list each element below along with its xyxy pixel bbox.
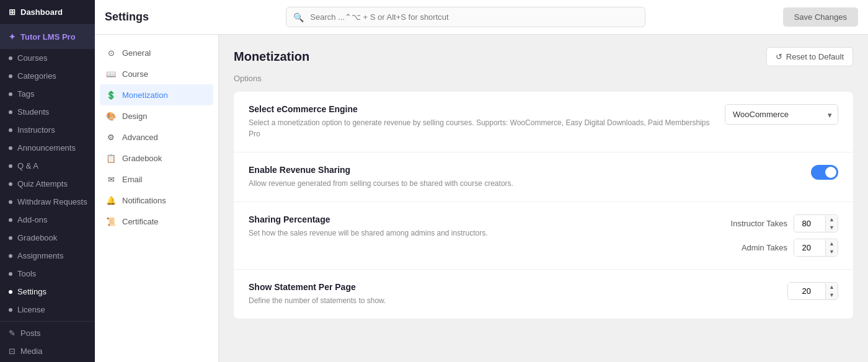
dot-icon <box>9 56 12 60</box>
sidebar-item-gradebook[interactable]: Gradebook <box>0 229 95 247</box>
statement-increment-button[interactable]: ▲ <box>826 283 838 291</box>
main-area: Settings 🔍 Save Changes ⊙ General 📖 Cour… <box>95 0 868 362</box>
sidebar-brand-tutor[interactable]: ✦ Tutor LMS Pro <box>0 25 95 49</box>
setting-control-sharing: Instructor Takes ▲ ▼ Ad <box>731 214 838 257</box>
sub-sidebar-item-gradebook[interactable]: 📋 Gradebook <box>95 148 218 169</box>
admin-increment-button[interactable]: ▲ <box>826 240 838 248</box>
instructor-spinners: ▲ ▼ <box>825 216 838 232</box>
sidebar-item-courses[interactable]: Courses <box>0 49 95 67</box>
setting-control-ecommerce: WooCommerce Easy Digital Downloads Paid … <box>725 104 838 125</box>
statement-per-page-input[interactable] <box>788 283 825 299</box>
setting-name-revenue: Enable Revenue Sharing <box>249 165 796 175</box>
sub-sidebar-item-notifications[interactable]: 🔔 Notifications <box>95 190 218 211</box>
setting-desc-ecommerce: Select a monetization option to generate… <box>249 117 710 139</box>
sub-sidebar-item-course[interactable]: 📖 Course <box>95 63 218 84</box>
setting-row-ecommerce: Select eCommerce Engine Select a monetiz… <box>234 92 853 152</box>
dot-icon <box>9 218 12 222</box>
tutor-icon: ✦ <box>9 32 16 42</box>
sidebar-dashboard[interactable]: ⊞ Dashboard <box>0 0 95 25</box>
admin-takes-label: Admin Takes <box>742 243 787 252</box>
setting-name-statement: Show Statement Per Page <box>249 282 773 292</box>
statement-decrement-button[interactable]: ▼ <box>826 291 838 299</box>
setting-info-revenue: Enable Revenue Sharing Allow revenue gen… <box>249 165 796 189</box>
setting-desc-statement: Define the number of statements to show. <box>249 295 773 306</box>
search-input[interactable] <box>286 7 645 27</box>
certificate-icon: 📜 <box>106 216 116 226</box>
statement-spinners: ▲ ▼ <box>825 283 838 299</box>
sidebar-item-instructors[interactable]: Instructors <box>0 121 95 139</box>
sidebar: ⊞ Dashboard ✦ Tutor LMS Pro Courses Cate… <box>0 0 95 362</box>
dot-icon <box>9 290 12 294</box>
dashboard-icon: ⊞ <box>9 7 16 17</box>
setting-desc-sharing: Set how the sales revenue will be shared… <box>249 227 716 239</box>
setting-info-sharing: Sharing Percentage Set how the sales rev… <box>249 214 716 239</box>
sidebar-item-settings[interactable]: Settings <box>0 283 95 301</box>
dot-icon <box>9 236 12 240</box>
setting-desc-revenue: Allow revenue generated from selling cou… <box>249 178 796 189</box>
sub-sidebar-item-advanced[interactable]: ⚙ Advanced <box>95 126 218 148</box>
dot-icon <box>9 308 12 312</box>
revenue-sharing-toggle[interactable] <box>811 165 838 180</box>
admin-takes-input[interactable] <box>794 239 825 256</box>
advanced-icon: ⚙ <box>106 132 116 142</box>
save-button[interactable]: Save Changes <box>783 7 858 27</box>
content-area: ⊙ General 📖 Course 💲 Monetization 🎨 Desi… <box>95 35 868 362</box>
setting-info-statement: Show Statement Per Page Define the numbe… <box>249 282 773 306</box>
sidebar-item-tools[interactable]: Tools <box>0 265 95 283</box>
ecommerce-engine-select[interactable]: WooCommerce Easy Digital Downloads Paid … <box>725 104 838 125</box>
book-icon: 📖 <box>106 69 116 79</box>
dot-icon <box>9 164 12 168</box>
instructor-increment-button[interactable]: ▲ <box>826 216 838 224</box>
dollar-icon: 💲 <box>106 90 116 100</box>
setting-control-statement: ▲ ▼ <box>787 282 838 300</box>
settings-title: Monetization <box>234 50 309 64</box>
sidebar-item-quiz-attempts[interactable]: Quiz Attempts <box>0 175 95 193</box>
setting-row-statement: Show Statement Per Page Define the numbe… <box>234 270 853 319</box>
sidebar-item-media[interactable]: ⊡Media <box>0 342 95 360</box>
sidebar-item-withdraw-requests[interactable]: Withdraw Requests <box>0 193 95 211</box>
sub-sidebar: ⊙ General 📖 Course 💲 Monetization 🎨 Desi… <box>95 35 219 362</box>
reset-to-default-button[interactable]: ↺ Reset to Default <box>766 47 853 66</box>
sidebar-item-add-ons[interactable]: Add-ons <box>0 211 95 229</box>
admin-spinners: ▲ ▼ <box>825 240 838 256</box>
sub-sidebar-item-email[interactable]: ✉ Email <box>95 169 218 190</box>
dot-icon <box>9 200 12 204</box>
sub-sidebar-item-monetization[interactable]: 💲 Monetization <box>100 84 213 105</box>
gradebook-icon: 📋 <box>106 153 116 163</box>
sub-sidebar-item-certificate[interactable]: 📜 Certificate <box>95 211 218 232</box>
ecommerce-select-wrapper: WooCommerce Easy Digital Downloads Paid … <box>725 104 838 125</box>
circle-icon: ⊙ <box>106 48 116 58</box>
admin-decrement-button[interactable]: ▼ <box>826 248 838 256</box>
search-icon: 🔍 <box>293 12 304 22</box>
dot-icon <box>9 254 12 258</box>
sidebar-item-qa[interactable]: Q & A <box>0 157 95 175</box>
dot-icon <box>9 74 12 78</box>
posts-icon: ✎ <box>9 329 16 338</box>
sharing-controls: Instructor Takes ▲ ▼ Ad <box>731 214 838 257</box>
dot-icon <box>9 110 12 114</box>
setting-control-revenue <box>811 165 838 180</box>
sub-sidebar-item-general[interactable]: ⊙ General <box>95 42 218 63</box>
sidebar-item-posts[interactable]: ✎Posts <box>0 324 95 342</box>
email-icon: ✉ <box>106 174 116 184</box>
dot-icon <box>9 128 12 132</box>
search-bar: 🔍 <box>286 7 645 27</box>
instructor-takes-input[interactable] <box>794 215 825 232</box>
dot-icon <box>9 182 12 186</box>
statement-input-wrapper: ▲ ▼ <box>787 282 838 300</box>
sidebar-item-students[interactable]: Students <box>0 103 95 121</box>
media-icon: ⊡ <box>9 347 16 356</box>
sidebar-item-tags[interactable]: Tags <box>0 85 95 103</box>
sidebar-item-announcements[interactable]: Announcements <box>0 139 95 157</box>
topbar: Settings 🔍 Save Changes <box>95 0 868 35</box>
reset-icon: ↺ <box>776 52 782 61</box>
sidebar-item-categories[interactable]: Categories <box>0 67 95 85</box>
sidebar-item-license[interactable]: License <box>0 301 95 319</box>
instructor-takes-input-wrapper: ▲ ▼ <box>794 214 838 232</box>
instructor-decrement-button[interactable]: ▼ <box>826 224 838 232</box>
settings-panel: Monetization ↺ Reset to Default Options … <box>219 35 868 362</box>
sidebar-item-assignments[interactable]: Assignments <box>0 247 95 265</box>
admin-takes-input-wrapper: ▲ ▼ <box>794 239 838 257</box>
settings-card: Select eCommerce Engine Select a monetiz… <box>234 92 853 319</box>
sub-sidebar-item-design[interactable]: 🎨 Design <box>95 105 218 126</box>
